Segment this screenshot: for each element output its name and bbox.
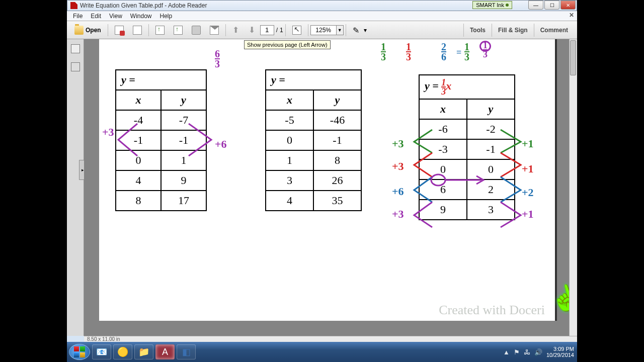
menu-edit[interactable]: Edit [87,12,105,21]
ink-t3-right-1: +1 [522,137,534,150]
vertical-scrollbar[interactable] [569,39,577,336]
ink-frac-d: 13 [464,42,469,61]
menu-help[interactable]: Help [156,12,177,21]
print-button[interactable] [188,23,204,37]
table-2: y = xy -5-46 0-1 18 326 435 [265,69,362,211]
attachments-icon[interactable] [71,62,80,71]
task-chrome[interactable]: 🟡 [113,344,132,359]
ink-t3-right-3: +2 [522,186,534,199]
select-icon [292,26,301,35]
print-icon [192,26,201,35]
mail-icon [210,26,219,35]
sign-icon: ✎ [353,26,362,35]
smart-ink-badge[interactable]: SMART Ink [472,1,512,9]
task-adobe-reader[interactable]: A [155,344,175,359]
tray-volume-icon[interactable]: 🔊 [534,348,542,356]
t3-equation: y = 13x [419,75,515,99]
ink-t3-left-2: +3 [392,160,404,173]
convert-icon [133,26,142,35]
t2-equation: y = [266,70,361,90]
zoom-dropdown[interactable]: ▼ [337,25,344,35]
titlebar: Write Equation Given Table.pdf - Adobe R… [67,0,577,11]
toolbar: Open ⬆ ⬇ / 1 125% ▼ ✎▾ Tools Fill & Sign… [67,21,577,39]
folder-icon [74,26,84,35]
ink-frac-a: 13 [381,42,386,61]
ink-t3-left-1: +3 [392,137,404,150]
menu-file[interactable]: File [69,12,87,21]
desktop: Write Equation Given Table.pdf - Adobe R… [67,0,577,362]
ink-t1-right: +6 [215,138,227,151]
watermark: Created with Doceri [439,303,545,318]
tray-flag-icon[interactable]: ⚑ [514,348,520,356]
page-total: 1 [280,27,283,34]
start-button[interactable] [69,344,90,360]
close-button[interactable]: ✕ [560,1,576,10]
arrow-up-icon: ⬆ [232,25,239,35]
t1-equation: y = [116,70,206,90]
arrow-down-icon: ⬇ [249,25,256,35]
ink-equals: = [456,47,461,58]
menu-window[interactable]: Window [126,12,156,21]
task-smart[interactable]: ◧ [177,344,196,359]
table-3: y = 13x xy -6-2 -3-1 00 62 93 [419,74,515,220]
ink-frac-e: 13 [479,41,491,58]
ink-t1-left: +3 [102,126,114,139]
ink-t1-fraction: 63 [215,49,220,68]
select-tool-button[interactable] [289,23,305,37]
comment-button[interactable]: Comment [534,24,574,37]
page-separator: / [276,27,278,34]
cloud-button[interactable] [170,23,186,37]
status-bar: 8.50 x 11.00 in [84,336,577,342]
window-title: Write Equation Given Table.pdf - Adobe R… [80,2,207,9]
email-button[interactable] [206,23,222,37]
ink-frac-c: 26 [441,42,446,61]
page-dimensions: 8.50 x 11.00 in [87,336,120,342]
document-close-icon[interactable]: ✕ [569,12,574,19]
menu-view[interactable]: View [105,12,126,21]
system-tray: ▲ ⚑ 🖧 🔊 3:09 PM 10/29/2014 [503,342,574,362]
page-input[interactable] [260,25,274,35]
save-icon [155,26,165,35]
pdf-page: y = xy -4-7 -1-1 01 49 817 y = xy -5-46 … [99,39,557,321]
minimize-button[interactable]: — [528,1,543,10]
nav-pane: ▸ [67,39,84,336]
ink-t3-right-4: +1 [522,208,534,221]
taskbar: 📧 🟡 📁 A ◧ ▲ ⚑ 🖧 🔊 3:09 PM 10/29/2014 [67,342,577,362]
create-pdf-button[interactable] [111,23,127,37]
ink-t3-left-3: +6 [392,185,404,198]
pdf-icon [70,2,77,9]
table-1: y = xy -4-7 -1-1 01 49 817 [115,69,207,211]
tools-panel-button[interactable]: Tools [463,24,492,37]
ink-t3-left-4: +3 [392,208,404,221]
fill-sign-button[interactable]: Fill & Sign [492,24,534,37]
document-area: ▸ y = xy -4-7 -1-1 01 49 817 y = xy [67,39,577,336]
tooltip: Show previous page (Left Arrow) [244,40,331,49]
convert-button[interactable] [129,23,145,37]
save-button[interactable] [152,23,168,37]
open-button[interactable]: Open [71,23,105,37]
tray-up-icon[interactable]: ▲ [503,348,510,356]
ink-t3-right-2: +1 [522,162,534,175]
cloud-icon [174,26,183,35]
prev-page-button[interactable]: ⬆ [229,23,243,37]
tray-network-icon[interactable]: 🖧 [524,348,530,356]
menubar: File Edit View Window Help ✕ [67,11,577,21]
task-outlook[interactable]: 📧 [92,344,111,359]
next-page-button[interactable]: ⬇ [245,23,259,37]
zoom-display[interactable]: 125% [310,25,337,35]
thumbnails-icon[interactable] [71,44,80,53]
task-explorer[interactable]: 📁 [134,344,153,359]
page-viewport[interactable]: y = xy -4-7 -1-1 01 49 817 y = xy -5-46 … [84,39,577,336]
create-pdf-icon [115,26,124,35]
sign-tool-button[interactable]: ✎▾ [349,23,370,37]
ink-frac-b: 13 [406,42,411,61]
maximize-button[interactable]: ☐ [544,1,559,10]
clock[interactable]: 3:09 PM 10/29/2014 [546,346,574,358]
